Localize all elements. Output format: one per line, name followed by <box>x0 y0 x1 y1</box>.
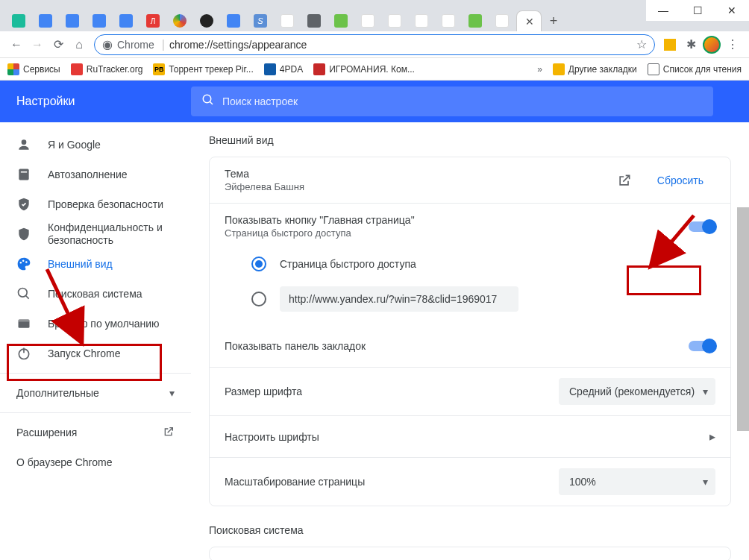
home-radio-fast-access[interactable]: Страница быстрого доступа <box>210 249 730 279</box>
divider: | <box>162 38 165 51</box>
tab[interactable] <box>33 10 58 31</box>
tab[interactable] <box>489 10 515 31</box>
bookmark-item[interactable]: RuTracker.org <box>71 63 143 75</box>
scrollbar-thumb[interactable] <box>737 207 749 431</box>
bookmark-star-icon[interactable]: ☆ <box>636 37 647 51</box>
svg-line-9 <box>26 296 29 299</box>
page-zoom-select[interactable]: 100% ▾ <box>559 468 715 495</box>
sidebar-item-default-browser[interactable]: Браузер по умолчанию <box>0 309 191 339</box>
sidebar-label: Автозаполнение <box>48 169 128 180</box>
tab[interactable] <box>328 10 354 31</box>
autofill-icon <box>16 167 31 182</box>
tab[interactable] <box>194 10 219 31</box>
tab[interactable]: S <box>248 10 273 31</box>
reading-list[interactable]: Список для чтения <box>648 63 742 75</box>
chevron-right-icon: ▸ <box>709 430 715 444</box>
sidebar-item-about[interactable]: О браузере Chrome <box>0 447 191 477</box>
favicon <box>264 63 276 75</box>
open-external-icon[interactable] <box>617 173 632 188</box>
tab[interactable] <box>221 10 246 31</box>
settings-container: Настройки Я и Google Автозаполнение Пров… <box>0 81 749 560</box>
search-icon <box>201 93 215 110</box>
page-zoom-label: Масштабирование страницы <box>225 476 559 488</box>
maximize-button[interactable]: ☐ <box>680 0 715 21</box>
bookmark-label: ИГРОМАНИЯ. Ком... <box>329 64 415 75</box>
sidebar-item-privacy[interactable]: Конфиденциальность и безопасность <box>0 219 191 249</box>
reload-button[interactable]: ⟳ <box>48 34 69 55</box>
svg-point-2 <box>22 139 27 145</box>
extensions-puzzle-icon[interactable]: ✱ <box>680 34 701 55</box>
settings-title: Настройки <box>0 95 191 108</box>
customize-fonts-row[interactable]: Настроить шрифты ▸ <box>210 415 730 457</box>
sidebar-item-advanced[interactable]: Дополнительные ▾ <box>0 378 191 408</box>
close-window-button[interactable]: ✕ <box>715 0 749 21</box>
tab[interactable] <box>301 10 327 31</box>
sidebar-item-extensions[interactable]: Расширения <box>0 418 191 447</box>
page-zoom-row: Масштабирование страницы 100% ▾ <box>210 457 730 506</box>
tab[interactable] <box>6 10 31 31</box>
settings-main: Внешний вид Тема Эйфелева Башня Сбросить… <box>191 81 749 560</box>
reset-theme-button[interactable]: Сбросить <box>645 169 715 192</box>
tab[interactable] <box>382 10 407 31</box>
forward-button[interactable]: → <box>27 34 48 55</box>
home-url-value: http://www.yandex.ru/?win=78&clid=196901… <box>289 293 497 305</box>
bookmarks-bar-row: Показывать панель закладок <box>210 325 730 367</box>
url-input[interactable]: ◉ Chrome | chrome://settings/appearance … <box>94 34 655 55</box>
tab[interactable] <box>436 10 461 31</box>
tab[interactable] <box>355 10 380 31</box>
settings-search-input[interactable] <box>222 95 703 107</box>
bookmark-item[interactable]: PB Торрент трекер Pir... <box>153 63 253 75</box>
section-title-appearance: Внешний вид <box>209 134 731 146</box>
appearance-card: Тема Эйфелева Башня Сбросить Показывать … <box>209 157 731 506</box>
person-icon <box>16 137 31 152</box>
home-url-input[interactable]: http://www.yandex.ru/?win=78&clid=196901… <box>280 286 518 312</box>
profile-avatar[interactable] <box>701 34 722 55</box>
svg-line-1 <box>210 101 213 104</box>
svg-rect-11 <box>19 319 30 321</box>
new-tab-button[interactable]: + <box>543 10 564 31</box>
font-size-select[interactable]: Средний (рекомендуется) ▾ <box>559 378 715 405</box>
tab[interactable] <box>463 10 488 31</box>
bookmarks-overflow-icon[interactable]: » <box>537 64 542 75</box>
home-button[interactable]: ⌂ <box>69 34 90 55</box>
settings-header: Настройки <box>0 81 749 122</box>
tab-close-icon[interactable]: ✕ <box>525 16 534 28</box>
tab[interactable] <box>60 10 85 31</box>
bookmarks-bar-toggle[interactable] <box>689 341 715 351</box>
tab[interactable]: Л <box>140 10 166 31</box>
tab[interactable] <box>275 10 300 31</box>
apps-icon <box>7 63 19 75</box>
sidebar-label: Поисковая система <box>48 288 142 300</box>
sidebar-item-safety-check[interactable]: Проверка безопасности <box>0 189 191 219</box>
search-icon <box>16 286 31 301</box>
sidebar-item-autofill[interactable]: Автозаполнение <box>0 160 191 189</box>
settings-search[interactable] <box>191 86 713 116</box>
radio-unchecked-icon[interactable] <box>251 292 266 306</box>
bookmark-item[interactable]: 4PDA <box>264 63 303 75</box>
radio-label: Страница быстрого доступа <box>280 258 416 270</box>
tab-active[interactable]: ✕ <box>516 10 542 31</box>
bookmark-services[interactable]: Сервисы <box>7 63 60 75</box>
tab[interactable] <box>409 10 434 31</box>
home-button-toggle[interactable] <box>689 221 715 232</box>
sidebar-item-search-engine[interactable]: Поисковая система <box>0 279 191 309</box>
sidebar-item-appearance[interactable]: Внешний вид <box>0 249 191 279</box>
back-button[interactable]: ← <box>6 34 27 55</box>
sidebar-label: Я и Google <box>48 139 101 151</box>
minimize-button[interactable]: — <box>646 0 680 21</box>
radio-checked-icon[interactable] <box>251 257 266 271</box>
other-bookmarks[interactable]: Другие закладки <box>553 63 637 75</box>
tab[interactable] <box>167 10 192 31</box>
tab[interactable] <box>113 10 139 31</box>
sidebar-item-on-startup[interactable]: Запуск Chrome <box>0 339 191 368</box>
tab[interactable] <box>87 10 112 31</box>
sidebar-item-you-and-google[interactable]: Я и Google <box>0 130 191 160</box>
site-info-icon[interactable]: ◉ <box>102 37 113 51</box>
url-bar-row: ← → ⟳ ⌂ ◉ Chrome | chrome://settings/app… <box>0 31 749 58</box>
bookmark-item[interactable]: ИГРОМАНИЯ. Ком... <box>313 63 415 75</box>
bookmark-label: 4PDA <box>280 64 303 75</box>
menu-kebab-icon[interactable]: ⋮ <box>722 34 743 55</box>
home-radio-custom-url[interactable]: http://www.yandex.ru/?win=78&clid=196901… <box>210 279 730 325</box>
tab-strip: Л S ✕ + <box>0 0 749 31</box>
extension-icon[interactable] <box>659 34 680 55</box>
